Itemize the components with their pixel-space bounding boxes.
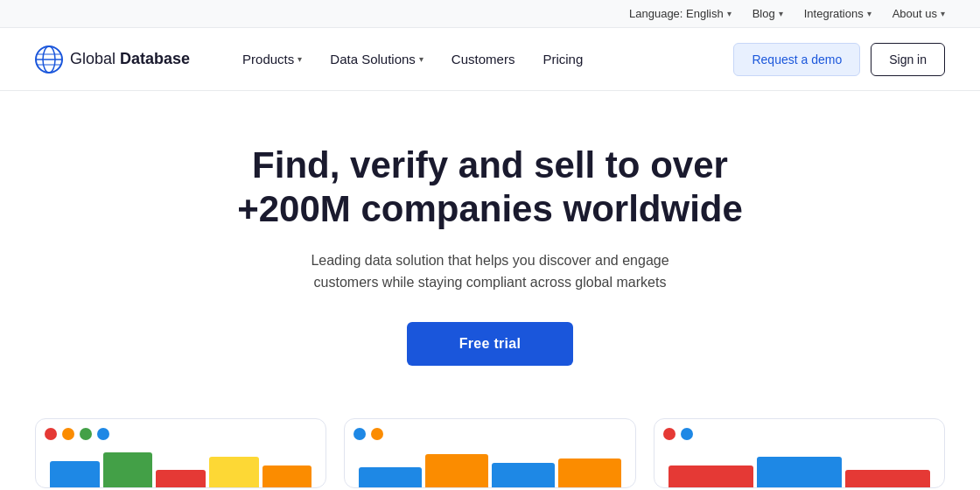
language-selector[interactable]: Language: English ▾ — [629, 7, 732, 20]
bar-3 — [156, 470, 206, 487]
integrations-chevron-icon: ▾ — [867, 9, 872, 18]
bar-y — [757, 457, 842, 487]
bar-2 — [103, 452, 153, 487]
nav-data-solutions-label: Data Solutions — [330, 52, 416, 66]
card-1-dots — [45, 428, 132, 440]
dot-blue-3 — [681, 428, 693, 440]
feature-card-3 — [654, 418, 945, 488]
bar-b — [425, 454, 488, 487]
bar-z — [845, 470, 930, 487]
bar-d — [558, 458, 621, 487]
integrations-link[interactable]: Integrations ▾ — [804, 7, 872, 20]
about-label: About us — [892, 7, 937, 20]
sign-in-button[interactable]: Sign in — [871, 43, 945, 76]
dot-blue — [97, 428, 109, 440]
logo[interactable]: Global Database — [35, 46, 190, 74]
nav-actions: Request a demo Sign in — [733, 43, 945, 76]
dot-red — [45, 428, 57, 440]
main-nav: Global Database Products ▾ Data Solution… — [0, 28, 980, 91]
language-chevron-icon: ▾ — [727, 9, 732, 18]
data-solutions-chevron-icon: ▾ — [419, 54, 424, 64]
bar-x — [668, 466, 753, 487]
nav-links: Products ▾ Data Solutions ▾ Customers Pr… — [232, 45, 733, 74]
dot-blue-2 — [354, 428, 366, 440]
bar-c — [492, 463, 555, 487]
feature-card-1 — [35, 418, 326, 488]
cards-section — [0, 418, 980, 488]
request-demo-button[interactable]: Request a demo — [733, 43, 860, 76]
nav-data-solutions[interactable]: Data Solutions ▾ — [319, 45, 434, 74]
free-trial-button[interactable]: Free trial — [407, 322, 574, 366]
nav-products[interactable]: Products ▾ — [232, 45, 312, 74]
card-2-chart — [345, 444, 634, 487]
bar-1 — [50, 461, 100, 487]
hero-title: Find, verify and sell to over +200M comp… — [192, 144, 788, 232]
blog-link[interactable]: Blog ▾ — [752, 7, 783, 20]
integrations-label: Integrations — [804, 7, 864, 20]
dot-orange — [62, 428, 74, 440]
hero-subtitle: Leading data solution that helps you dis… — [280, 249, 700, 294]
bar-4 — [209, 457, 259, 487]
dot-orange-2 — [371, 428, 383, 440]
nav-customers[interactable]: Customers — [441, 45, 526, 74]
hero-section: Find, verify and sell to over +200M comp… — [0, 91, 980, 401]
blog-label: Blog — [752, 7, 775, 20]
logo-icon — [35, 46, 63, 74]
feature-card-2 — [344, 418, 635, 488]
dot-green — [80, 428, 92, 440]
card-3-chart — [654, 444, 944, 487]
bar-a — [359, 467, 422, 487]
card-2-dots — [354, 428, 441, 440]
bar-5 — [262, 466, 312, 487]
about-link[interactable]: About us ▾ — [892, 7, 945, 20]
card-1-chart — [36, 444, 326, 487]
products-chevron-icon: ▾ — [298, 54, 302, 64]
nav-pricing-label: Pricing — [542, 52, 583, 66]
about-chevron-icon: ▾ — [941, 9, 945, 18]
nav-customers-label: Customers — [452, 52, 515, 66]
top-bar: Language: English ▾ Blog ▾ Integrations … — [0, 0, 980, 28]
logo-text: Global Database — [70, 50, 190, 68]
dot-red-3 — [663, 428, 676, 440]
card-3-dots — [663, 428, 751, 440]
nav-products-label: Products — [242, 52, 294, 66]
blog-chevron-icon: ▾ — [779, 9, 783, 18]
language-label: Language: English — [629, 7, 724, 20]
nav-pricing[interactable]: Pricing — [532, 45, 593, 74]
